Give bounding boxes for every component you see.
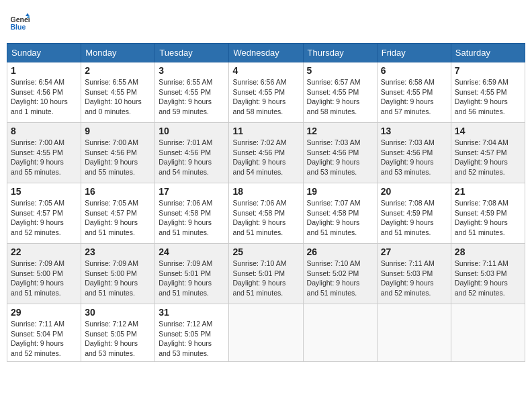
calendar-week-5: 29Sunrise: 7:11 AM Sunset: 5:04 PM Dayli… bbox=[7, 304, 525, 362]
calendar-cell: 31Sunrise: 7:12 AM Sunset: 5:05 PM Dayli… bbox=[155, 304, 229, 362]
calendar-week-2: 8Sunrise: 7:00 AM Sunset: 4:55 PM Daylig… bbox=[7, 123, 525, 183]
calendar-cell: 30Sunrise: 7:12 AM Sunset: 5:05 PM Dayli… bbox=[81, 304, 155, 362]
calendar-cell: 21Sunrise: 7:08 AM Sunset: 4:59 PM Dayli… bbox=[451, 183, 525, 244]
calendar-cell: 17Sunrise: 7:06 AM Sunset: 4:58 PM Dayli… bbox=[155, 183, 229, 244]
day-number: 16 bbox=[85, 186, 151, 197]
calendar-cell: 26Sunrise: 7:10 AM Sunset: 5:02 PM Dayli… bbox=[303, 244, 377, 304]
day-info: Sunrise: 7:06 AM Sunset: 4:58 PM Dayligh… bbox=[159, 198, 225, 238]
calendar-cell: 25Sunrise: 7:10 AM Sunset: 5:01 PM Dayli… bbox=[229, 244, 303, 304]
calendar-cell: 15Sunrise: 7:05 AM Sunset: 4:57 PM Dayli… bbox=[7, 183, 81, 244]
calendar-cell: 24Sunrise: 7:09 AM Sunset: 5:01 PM Dayli… bbox=[155, 244, 229, 304]
calendar-cell: 4Sunrise: 6:56 AM Sunset: 4:55 PM Daylig… bbox=[229, 62, 303, 123]
day-info: Sunrise: 7:10 AM Sunset: 5:01 PM Dayligh… bbox=[232, 259, 299, 298]
calendar-cell: 8Sunrise: 7:00 AM Sunset: 4:55 PM Daylig… bbox=[7, 123, 81, 183]
calendar-cell: 10Sunrise: 7:01 AM Sunset: 4:56 PM Dayli… bbox=[155, 123, 229, 183]
day-number: 26 bbox=[307, 246, 373, 257]
calendar-cell: 3Sunrise: 6:55 AM Sunset: 4:55 PM Daylig… bbox=[155, 62, 229, 123]
day-number: 5 bbox=[307, 65, 373, 76]
day-info: Sunrise: 7:09 AM Sunset: 5:00 PM Dayligh… bbox=[85, 259, 151, 298]
calendar-cell bbox=[451, 304, 525, 362]
day-number: 15 bbox=[11, 186, 77, 197]
calendar-cell: 5Sunrise: 6:57 AM Sunset: 4:55 PM Daylig… bbox=[303, 62, 377, 123]
day-info: Sunrise: 6:54 AM Sunset: 4:56 PM Dayligh… bbox=[11, 77, 77, 117]
day-number: 8 bbox=[11, 126, 77, 136]
calendar-cell: 11Sunrise: 7:02 AM Sunset: 4:56 PM Dayli… bbox=[229, 123, 303, 183]
day-info: Sunrise: 7:11 AM Sunset: 5:03 PM Dayligh… bbox=[381, 259, 447, 298]
day-number: 13 bbox=[381, 126, 447, 136]
day-info: Sunrise: 7:00 AM Sunset: 4:56 PM Dayligh… bbox=[85, 138, 151, 177]
calendar-week-1: 1Sunrise: 6:54 AM Sunset: 4:56 PM Daylig… bbox=[7, 62, 525, 123]
calendar-cell: 29Sunrise: 7:11 AM Sunset: 5:04 PM Dayli… bbox=[7, 304, 81, 362]
day-number: 28 bbox=[455, 246, 521, 257]
day-number: 9 bbox=[85, 126, 151, 136]
day-header-sunday: Sunday bbox=[7, 44, 81, 62]
calendar-header-row: SundayMondayTuesdayWednesdayThursdayFrid… bbox=[7, 44, 525, 62]
day-info: Sunrise: 7:06 AM Sunset: 4:58 PM Dayligh… bbox=[232, 198, 299, 238]
calendar-cell: 16Sunrise: 7:05 AM Sunset: 4:57 PM Dayli… bbox=[81, 183, 155, 244]
day-info: Sunrise: 7:02 AM Sunset: 4:56 PM Dayligh… bbox=[232, 138, 299, 177]
calendar-cell bbox=[377, 304, 451, 362]
calendar-cell: 22Sunrise: 7:09 AM Sunset: 5:00 PM Dayli… bbox=[7, 244, 81, 304]
calendar-week-4: 22Sunrise: 7:09 AM Sunset: 5:00 PM Dayli… bbox=[7, 244, 525, 304]
day-number: 29 bbox=[11, 307, 77, 318]
logo-icon: General Blue bbox=[9, 12, 30, 32]
day-info: Sunrise: 7:11 AM Sunset: 5:03 PM Dayligh… bbox=[455, 259, 521, 298]
day-info: Sunrise: 7:05 AM Sunset: 4:57 PM Dayligh… bbox=[85, 198, 151, 238]
day-number: 18 bbox=[232, 186, 299, 197]
calendar-cell: 12Sunrise: 7:03 AM Sunset: 4:56 PM Dayli… bbox=[303, 123, 377, 183]
day-info: Sunrise: 7:09 AM Sunset: 5:01 PM Dayligh… bbox=[159, 259, 225, 298]
calendar-cell: 18Sunrise: 7:06 AM Sunset: 4:58 PM Dayli… bbox=[229, 183, 303, 244]
day-number: 14 bbox=[455, 126, 521, 136]
day-header-tuesday: Tuesday bbox=[155, 44, 229, 62]
svg-marker-2 bbox=[26, 13, 30, 17]
calendar-cell: 14Sunrise: 7:04 AM Sunset: 4:57 PM Dayli… bbox=[451, 123, 525, 183]
day-number: 25 bbox=[232, 246, 299, 257]
day-info: Sunrise: 7:10 AM Sunset: 5:02 PM Dayligh… bbox=[307, 259, 373, 298]
day-info: Sunrise: 7:07 AM Sunset: 4:58 PM Dayligh… bbox=[307, 198, 373, 238]
day-number: 6 bbox=[381, 65, 447, 76]
day-info: Sunrise: 7:01 AM Sunset: 4:56 PM Dayligh… bbox=[159, 138, 225, 177]
day-number: 31 bbox=[159, 307, 225, 318]
calendar-cell: 23Sunrise: 7:09 AM Sunset: 5:00 PM Dayli… bbox=[81, 244, 155, 304]
calendar-cell bbox=[229, 304, 303, 362]
day-number: 20 bbox=[381, 186, 447, 197]
day-info: Sunrise: 6:55 AM Sunset: 4:55 PM Dayligh… bbox=[85, 77, 151, 117]
calendar-cell: 2Sunrise: 6:55 AM Sunset: 4:55 PM Daylig… bbox=[81, 62, 155, 123]
day-info: Sunrise: 7:03 AM Sunset: 4:56 PM Dayligh… bbox=[307, 138, 373, 177]
calendar-cell: 20Sunrise: 7:08 AM Sunset: 4:59 PM Dayli… bbox=[377, 183, 451, 244]
calendar-cell: 1Sunrise: 6:54 AM Sunset: 4:56 PM Daylig… bbox=[7, 62, 81, 123]
day-header-friday: Friday bbox=[377, 44, 451, 62]
day-header-wednesday: Wednesday bbox=[229, 44, 303, 62]
day-number: 17 bbox=[159, 186, 225, 197]
day-number: 19 bbox=[307, 186, 373, 197]
day-number: 7 bbox=[455, 65, 521, 76]
day-number: 10 bbox=[159, 126, 225, 136]
calendar-cell: 7Sunrise: 6:59 AM Sunset: 4:55 PM Daylig… bbox=[451, 62, 525, 123]
day-number: 27 bbox=[381, 246, 447, 257]
day-info: Sunrise: 6:59 AM Sunset: 4:55 PM Dayligh… bbox=[455, 77, 521, 117]
calendar-cell: 19Sunrise: 7:07 AM Sunset: 4:58 PM Dayli… bbox=[303, 183, 377, 244]
day-info: Sunrise: 7:05 AM Sunset: 4:57 PM Dayligh… bbox=[11, 198, 77, 238]
page-header: General Blue bbox=[7, 7, 525, 38]
day-info: Sunrise: 6:58 AM Sunset: 4:55 PM Dayligh… bbox=[381, 77, 447, 117]
calendar-cell: 13Sunrise: 7:03 AM Sunset: 4:56 PM Dayli… bbox=[377, 123, 451, 183]
day-header-thursday: Thursday bbox=[303, 44, 377, 62]
day-info: Sunrise: 7:08 AM Sunset: 4:59 PM Dayligh… bbox=[381, 198, 447, 238]
day-info: Sunrise: 7:11 AM Sunset: 5:04 PM Dayligh… bbox=[11, 319, 77, 359]
day-number: 24 bbox=[159, 246, 225, 257]
day-number: 30 bbox=[85, 307, 151, 318]
day-number: 4 bbox=[232, 65, 299, 76]
day-header-saturday: Saturday bbox=[451, 44, 525, 62]
day-number: 22 bbox=[11, 246, 77, 257]
day-number: 23 bbox=[85, 246, 151, 257]
logo: General Blue bbox=[9, 12, 31, 32]
calendar-cell: 9Sunrise: 7:00 AM Sunset: 4:56 PM Daylig… bbox=[81, 123, 155, 183]
calendar-cell: 6Sunrise: 6:58 AM Sunset: 4:55 PM Daylig… bbox=[377, 62, 451, 123]
day-info: Sunrise: 7:03 AM Sunset: 4:56 PM Dayligh… bbox=[381, 138, 447, 177]
day-number: 1 bbox=[11, 65, 77, 76]
calendar-week-3: 15Sunrise: 7:05 AM Sunset: 4:57 PM Dayli… bbox=[7, 183, 525, 244]
day-info: Sunrise: 7:09 AM Sunset: 5:00 PM Dayligh… bbox=[11, 259, 77, 298]
day-header-monday: Monday bbox=[81, 44, 155, 62]
day-number: 2 bbox=[85, 65, 151, 76]
calendar-cell: 27Sunrise: 7:11 AM Sunset: 5:03 PM Dayli… bbox=[377, 244, 451, 304]
